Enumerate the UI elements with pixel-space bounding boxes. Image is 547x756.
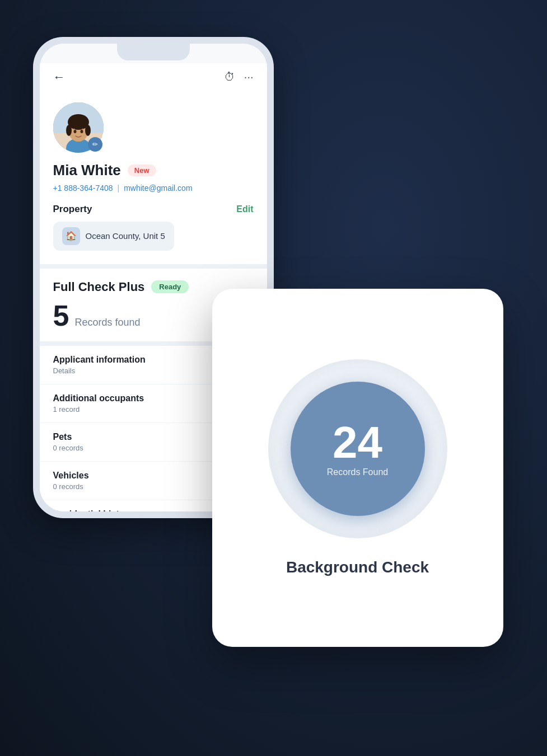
- residential-history-title: Residential history: [53, 509, 133, 511]
- contact-row: +1 888-364-7408 | mwhite@gmail.com: [53, 184, 254, 192]
- bg-check-title: Background Check: [286, 558, 429, 576]
- vehicles-title: Vehicles: [53, 471, 89, 481]
- svg-point-9: [85, 125, 91, 136]
- applicant-info-title: Applicant information: [53, 355, 146, 365]
- pencil-icon: ✏: [92, 140, 98, 148]
- property-header: Property Edit: [53, 204, 254, 215]
- records-circle-inner: 24 Records Found: [291, 382, 425, 516]
- applicant-info-sub: Details: [53, 367, 146, 375]
- additional-occupants-title: Additional occupants: [53, 393, 144, 403]
- ready-badge: Ready: [151, 280, 189, 293]
- records-circle-outer: 24 Records Found: [268, 359, 447, 538]
- header-bar: ← ⏱ ···: [40, 63, 267, 91]
- svg-point-8: [66, 125, 72, 136]
- property-chip[interactable]: 🏠 Ocean County, Unit 5: [53, 222, 174, 251]
- property-label: Property: [53, 204, 92, 215]
- vehicles-sub: 0 records: [53, 482, 89, 491]
- records-label: Records found: [74, 317, 140, 328]
- full-check-title: Full Check Plus: [53, 280, 145, 294]
- edit-button[interactable]: Edit: [236, 204, 253, 214]
- status-badge: New: [128, 165, 156, 176]
- avatar-container: ✏: [53, 102, 104, 153]
- user-name: Mia White: [53, 162, 121, 179]
- pets-sub: 0 records: [53, 444, 83, 452]
- more-options-icon[interactable]: ···: [244, 71, 254, 83]
- phone-notch: [117, 44, 190, 60]
- bg-check-records-number: 24: [333, 420, 382, 465]
- records-count: 5: [53, 301, 69, 330]
- pets-title: Pets: [53, 432, 83, 442]
- edit-avatar-button[interactable]: ✏: [88, 137, 102, 152]
- svg-point-10: [73, 130, 76, 133]
- clock-icon[interactable]: ⏱: [224, 71, 235, 83]
- home-icon: 🏠: [62, 227, 80, 245]
- property-name: Ocean County, Unit 5: [86, 231, 165, 241]
- separator: |: [118, 184, 120, 192]
- phone-link[interactable]: +1 888-364-7408: [53, 184, 113, 192]
- profile-section: ✏ Mia White New +1 888-364-7408 | mwhite…: [40, 91, 267, 264]
- bg-check-records-label: Records Found: [327, 467, 388, 477]
- svg-point-11: [80, 130, 83, 133]
- section-divider-1: [40, 264, 267, 269]
- background-check-card: 24 Records Found Background Check: [212, 289, 503, 647]
- email-link[interactable]: mwhite@gmail.com: [124, 184, 192, 192]
- back-button[interactable]: ←: [53, 70, 66, 84]
- name-row: Mia White New: [53, 162, 254, 179]
- additional-occupants-sub: 1 record: [53, 405, 144, 414]
